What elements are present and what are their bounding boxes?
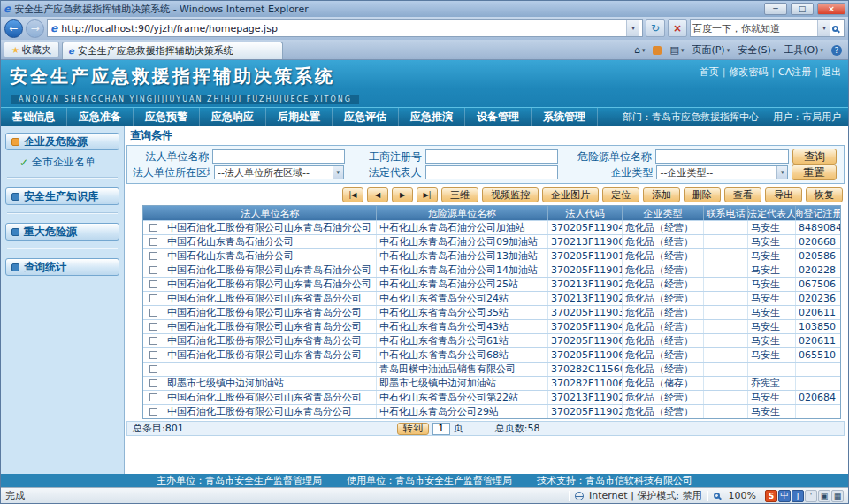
toolbar-button[interactable]: 导出 [765,187,802,202]
chevron-down-icon: ▾ [727,47,730,54]
ime-button[interactable]: S [765,490,777,502]
column-header[interactable]: 危险源单位名称 [377,206,548,220]
row-checkbox[interactable] [149,393,157,401]
zoom-level[interactable]: 100% [729,490,756,501]
toolbar-button[interactable]: 查看 [724,187,761,202]
sidebar-item-city-enterprise-list[interactable]: ✓ 全市企业名单 [19,155,119,170]
top-link[interactable]: CA注册 [768,65,811,79]
row-checkbox[interactable] [149,337,157,345]
sidebar-item-safety-knowledge[interactable]: 安全生产知识库 [5,187,119,205]
toolbar-button[interactable]: 恢复 [806,187,843,202]
toolbar-button[interactable]: 删除 [684,187,721,202]
top-link[interactable]: 首页 [700,65,719,79]
pager-nav-button[interactable]: |◀ [342,187,363,202]
row-checkbox[interactable] [149,238,157,246]
top-link[interactable]: 退出 [811,65,841,79]
back-button[interactable]: ← [4,19,23,38]
forward-button[interactable]: → [26,19,44,38]
row-checkbox[interactable] [149,351,157,359]
address-bar[interactable]: e ▾ [47,19,643,37]
toolbar-button[interactable]: 企业图片 [542,187,599,202]
legal-name-input[interactable] [212,149,345,164]
pager-nav-button[interactable]: ▶| [417,187,438,202]
sidebar-item-enterprise-hazard[interactable]: 企业及危险源 [5,133,119,150]
menu-item[interactable]: 应急推演 [399,108,465,126]
row-checkbox[interactable] [149,408,157,416]
search-box[interactable]: ▾ [690,19,845,37]
url-dropdown-icon[interactable]: ▾ [626,20,639,36]
toolbar-button[interactable]: 三维 [441,187,478,202]
cell-hazard-name: 即墨市七级镇中边河加油站 [377,377,548,390]
column-header[interactable]: 法定代表人 [748,206,796,220]
stop-button[interactable]: × [668,19,687,37]
search-input[interactable] [692,23,815,34]
favorites-button[interactable]: ★ 收藏夹 [4,42,59,57]
column-header[interactable]: 法人代码 [548,206,623,220]
ime-button[interactable]: ▣ [818,490,830,502]
column-header[interactable]: 工商登记注册号 [796,206,840,220]
sidebar-item-query-statistics[interactable]: 查询统计 [5,258,119,276]
menu-item[interactable]: 设备管理 [465,108,532,126]
minimize-button[interactable]: ─ [764,3,787,15]
sidebar-item-major-hazard[interactable]: 重大危险源 [5,223,119,241]
toolbar-button[interactable]: 添加 [643,187,680,202]
table-row: 中国石油化工股份有限公司山东青岛石油分公司 中石化山东青岛石油分公司25站 37… [143,277,840,291]
enterprise-type-select[interactable]: --企业类型-- ▾ [656,165,788,179]
help-icon[interactable]: ? [831,45,842,56]
row-checkbox[interactable] [149,266,157,274]
ime-button[interactable]: 中 [778,490,791,502]
page-number-input[interactable] [432,423,450,435]
column-header[interactable]: 联系电话 [704,206,748,220]
cell-legal-rep: 马安生 [748,334,796,347]
toolbar-button[interactable]: 定位 [602,187,639,202]
row-checkbox[interactable] [149,294,157,302]
ime-button[interactable]: ▦ [831,490,844,502]
column-header[interactable]: 法人单位名称 [164,206,377,220]
search-button[interactable]: 查询 [792,149,837,164]
cell-phone [704,249,748,263]
menu-item[interactable]: 应急准备 [67,108,134,126]
menu-item[interactable]: 基础信息 [1,108,67,126]
home-button[interactable]: ⌂▾ [634,44,646,56]
command-menu-item[interactable]: 安全(S)▾ [738,43,776,57]
menu-item[interactable]: 应急响应 [200,108,266,126]
row-checkbox[interactable] [149,252,157,260]
row-checkbox[interactable] [149,224,157,232]
reg-no-input[interactable] [425,149,558,164]
menu-item[interactable]: 应急评估 [333,108,399,126]
row-checkbox[interactable] [149,365,157,373]
region-select[interactable]: --法人单位所在区域-- ▾ [214,165,344,179]
zoom-icon[interactable] [714,493,720,499]
toolbar-button[interactable]: 视频监控 [482,187,539,202]
url-input[interactable] [61,23,623,34]
hazard-name-input[interactable] [655,149,789,164]
cell-legal-rep: 马安生 [748,249,796,263]
menu-item[interactable]: 后期处置 [266,108,333,126]
row-checkbox[interactable] [149,323,157,331]
pager-nav-button[interactable]: ◀ [367,187,388,202]
command-menu-item[interactable]: 工具(O)▾ [784,43,823,57]
reset-button[interactable]: 重置 [792,164,837,180]
close-button[interactable]: × [817,3,845,15]
pager-nav-button[interactable]: ▶ [392,187,413,202]
ime-button[interactable]: ' [805,490,817,502]
feed-icon[interactable] [653,46,662,55]
search-icon[interactable] [832,26,838,32]
search-dropdown-icon[interactable]: ▾ [817,20,830,36]
goto-page-button[interactable]: 转到 [397,423,429,435]
maximize-button[interactable]: □ [791,3,814,15]
hazard-icon [11,228,19,236]
top-link[interactable]: 修改密码 [719,65,769,79]
menu-item[interactable]: 应急预警 [134,108,200,126]
row-checkbox[interactable] [149,379,157,387]
row-checkbox[interactable] [149,280,157,288]
refresh-button[interactable]: ↻ [646,19,665,37]
row-checkbox[interactable] [149,309,157,317]
legal-rep-input[interactable] [425,165,558,179]
column-header[interactable]: 企业类型 [623,206,704,220]
ime-button[interactable]: J [792,490,804,502]
print-button[interactable]: ▤▾ [669,44,684,56]
browser-tab[interactable]: e 安全生产应急救援指挥辅助决策系统 [62,42,283,59]
menu-item[interactable]: 系统管理 [532,108,598,126]
command-menu-item[interactable]: 页面(P)▾ [692,43,730,57]
